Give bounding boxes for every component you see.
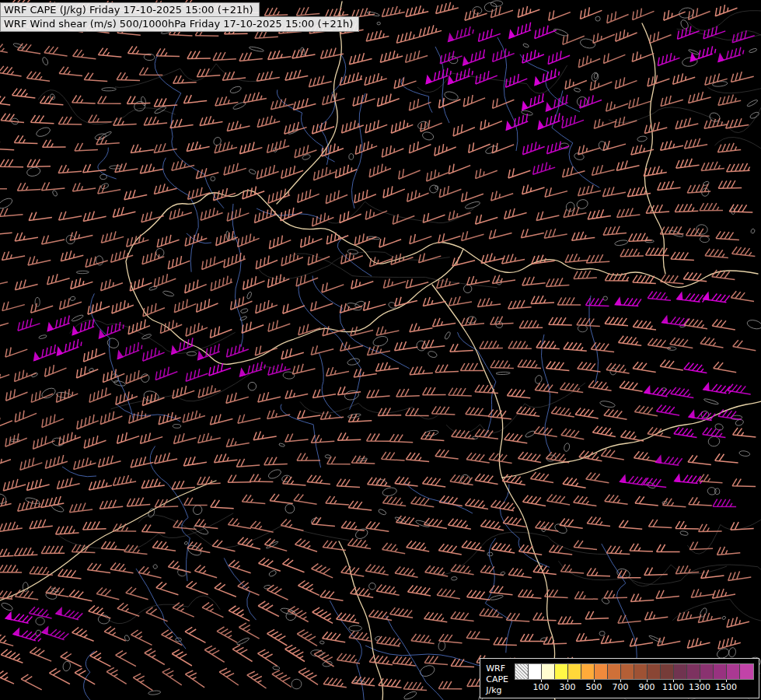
weather-map-root: WRF CAPE (J/kg) Friday 17-10-2025 15:00 … [0, 0, 761, 700]
wind-barb-field [0, 0, 756, 698]
legend-color-cell [608, 664, 621, 679]
legend-tick-label: 1500 [715, 682, 737, 692]
legend-tick-label: 1100 [662, 682, 684, 692]
legend-tick-label: 700 [613, 682, 629, 692]
legend-scale: 100300500700900110013001500 [515, 663, 754, 693]
cape-legend: WRF CAPE J/kg 10030050070090011001300150… [480, 658, 759, 698]
legend-color-cell [621, 664, 634, 679]
legend-color-cell [595, 664, 608, 679]
legend-title-line2: CAPE [486, 674, 508, 685]
cape-title: WRF CAPE (J/kg) Friday 17-10-2025 15:00 … [0, 2, 260, 18]
legend-color-cell [687, 664, 700, 679]
legend-color-cell [555, 664, 568, 679]
legend-color-cell [714, 664, 727, 679]
legend-tick-label: 900 [639, 682, 655, 692]
legend-color-cell [568, 664, 581, 679]
legend-title-line1: WRF [486, 663, 508, 674]
legend-tick-label: 1300 [689, 682, 710, 692]
map-canvas [0, 0, 761, 700]
legend-color-cell [700, 664, 714, 679]
legend-tick-row: 100300500700900110013001500 [515, 680, 752, 693]
legend-color-cell [648, 664, 661, 679]
legend-tick-label: 500 [586, 682, 602, 692]
legend-color-cell [515, 664, 529, 679]
legend-title: WRF CAPE J/kg [486, 663, 508, 696]
legend-color-bar [515, 663, 754, 680]
legend-tick-label: 300 [560, 682, 576, 692]
legend-color-cell [727, 664, 740, 679]
legend-color-cell [634, 664, 648, 679]
legend-color-cell [661, 664, 674, 679]
legend-tick-label: 100 [533, 682, 550, 692]
legend-color-cell [740, 664, 753, 679]
legend-title-line3: J/kg [486, 685, 508, 696]
legend-color-cell [542, 664, 555, 679]
shear-title: WRF Wind shear (m/s) 500/1000hPa Friday … [0, 16, 359, 32]
cape-contour-curves [38, 11, 761, 700]
legend-color-cell [674, 664, 687, 679]
legend-color-cell [529, 664, 542, 679]
legend-color-cell [581, 664, 595, 679]
